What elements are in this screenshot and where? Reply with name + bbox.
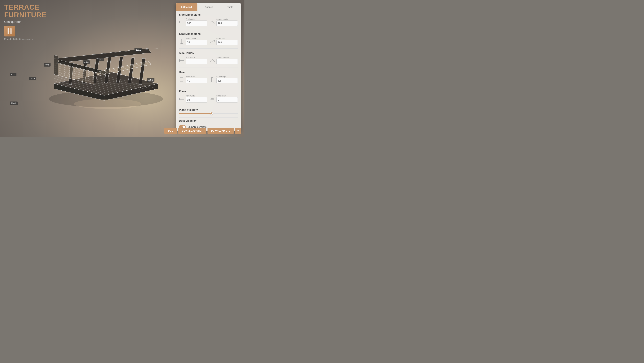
second-length-group: Second Length (210, 18, 238, 26)
beam-title: Beam (179, 71, 238, 74)
second-length-icon (210, 20, 215, 25)
divider-1 (179, 29, 238, 30)
second-table-icon (210, 58, 215, 63)
dimension-300: 300.0 (147, 78, 154, 82)
config-panel: L Shaped I Shaped Table Side Dimensions … (176, 3, 241, 131)
svg-point-44 (74, 99, 141, 109)
divider-5 (179, 106, 238, 106)
plank-width-input[interactable] (186, 97, 207, 103)
second-table-input[interactable] (216, 59, 238, 64)
branding-panel: TERRACE FURNITURE Configurator Made by B… (4, 3, 46, 40)
first-table-group: First Table Nr (179, 57, 207, 64)
dimension-40-1: 40.0 (30, 77, 36, 80)
app-subtitle: Configurator (4, 20, 46, 24)
tab-i-shaped[interactable]: I Shaped (198, 3, 219, 11)
plank-height-label: Plank Height (216, 95, 238, 97)
doc-button[interactable]: DOC (164, 128, 177, 134)
menu-button[interactable]: ≡ (235, 128, 241, 134)
seat-dimensions-section: Seat Dimensions Bench Height (176, 30, 241, 48)
side-dimensions-inputs: First Length Second Length (179, 18, 238, 26)
bench-width-label: Bench Width (216, 38, 238, 39)
second-length-field-wrap: Second Length (216, 18, 238, 26)
divider-3 (179, 68, 238, 68)
first-table-field-wrap: First Table Nr (186, 57, 207, 64)
plank-height-field-wrap: Plank Height (216, 95, 238, 103)
bench-width-icon (210, 39, 215, 44)
bench-width-input[interactable] (216, 40, 238, 45)
seat-dimensions-title: Seat Dimensions (179, 33, 238, 36)
second-table-field-wrap: Second Table Nr (216, 57, 238, 64)
bench-width-group: Bench Width (210, 38, 238, 45)
plank-visibility-thumb[interactable] (210, 112, 213, 115)
dimension-45-2: 45.4 (98, 58, 104, 61)
plank-height-icon (210, 96, 215, 102)
plank-visibility-slider-container[interactable] (179, 113, 238, 114)
dimension-100: 100.0 (10, 102, 18, 105)
beam-width-icon (179, 77, 184, 82)
beam-inputs: Beam Width Beam Height (179, 76, 238, 83)
bench-height-group: Bench Height (179, 38, 207, 45)
made-by-text: Made by Bit by bit developers (4, 38, 46, 40)
first-length-icon (179, 20, 184, 25)
dimension-22: 22.4 (10, 73, 16, 76)
plank-section: Plank Plank Width (176, 88, 241, 105)
download-step-button[interactable]: DOWNLOAD STEP (178, 128, 206, 134)
plank-width-label: Plank Width (186, 95, 207, 97)
svg-rect-47 (8, 31, 12, 32)
first-length-group: First Length (179, 18, 207, 26)
second-length-input[interactable] (216, 21, 238, 26)
beam-width-field-wrap: Beam Width (186, 76, 207, 83)
first-table-label: First Table Nr (186, 57, 207, 59)
plank-height-group: Plank Height (210, 95, 238, 103)
beam-height-icon (210, 77, 215, 82)
svg-rect-62 (180, 98, 184, 100)
tab-l-shaped[interactable]: L Shaped (176, 3, 198, 11)
beam-width-input[interactable] (186, 78, 207, 83)
plank-visibility-fill (179, 113, 211, 114)
beam-height-label: Beam Height (216, 76, 238, 78)
dimension-200: 200.0 (134, 48, 142, 52)
bench-height-label: Bench Height (186, 38, 207, 39)
plank-width-group: Plank Width (179, 95, 207, 103)
plank-title: Plank (179, 90, 238, 93)
side-tables-section: Side Tables First Table Nr (176, 49, 241, 67)
second-length-label: Second Length (216, 18, 238, 20)
data-visibility-title: Data Visibility (179, 119, 238, 122)
download-stl-button[interactable]: DOWNLOAD STL (208, 128, 234, 134)
beam-height-group: Beam Height (210, 76, 238, 83)
furniture-scene (40, 25, 175, 109)
first-table-input[interactable] (186, 59, 207, 64)
plank-width-icon (179, 96, 184, 102)
plank-visibility-track (179, 113, 238, 114)
bench-height-icon (179, 39, 184, 44)
divider-2 (179, 48, 238, 49)
beam-height-field-wrap: Beam Height (216, 76, 238, 83)
app-logo (4, 26, 15, 37)
app-title-line2: FURNITURE (4, 11, 46, 19)
tab-table[interactable]: Table (219, 3, 241, 11)
shape-tabs: L Shaped I Shaped Table (176, 3, 241, 11)
bottom-toolbar: DOC DOWNLOAD STEP DOWNLOAD STL ≡ (164, 128, 241, 134)
first-table-icon (179, 58, 184, 63)
second-table-label: Second Table Nr (216, 57, 238, 59)
plank-inputs: Plank Width Plank Height (179, 95, 238, 103)
plank-width-field-wrap: Plank Width (186, 95, 207, 103)
beam-height-input[interactable] (216, 78, 238, 83)
plank-visibility-title: Plank Visibility (179, 108, 238, 111)
beam-width-group: Beam Width (179, 76, 207, 83)
first-length-field-wrap: First Length (186, 18, 207, 26)
first-length-label: First Length (186, 18, 207, 20)
side-dimensions-title: Side Dimensions (179, 13, 238, 16)
plank-visibility-section: Plank Visibility (176, 107, 241, 117)
dimension-45-1: 45.4 (83, 60, 90, 64)
svg-rect-60 (180, 78, 183, 82)
first-length-input[interactable] (186, 21, 207, 26)
bench-height-field-wrap: Bench Height (186, 38, 207, 45)
bench-height-input[interactable] (186, 40, 207, 45)
plank-height-input[interactable] (216, 97, 238, 103)
second-table-group: Second Table Nr (210, 57, 238, 64)
svg-line-54 (210, 40, 214, 43)
svg-rect-61 (212, 78, 213, 82)
seat-dimensions-inputs: Bench Height Bench Width (179, 38, 238, 45)
beam-width-label: Beam Width (186, 76, 207, 78)
